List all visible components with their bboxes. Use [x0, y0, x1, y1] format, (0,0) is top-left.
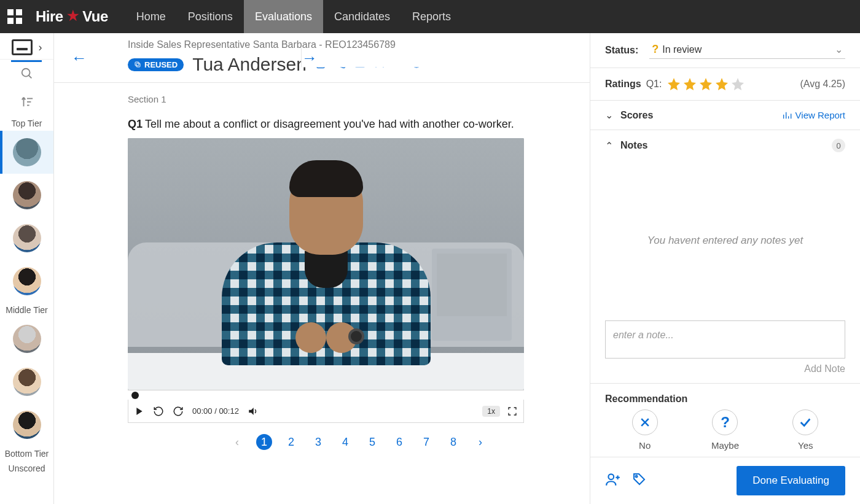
app-grid-icon[interactable] — [7, 9, 22, 24]
ratings-question-label: Q1: — [646, 79, 662, 90]
pager-page[interactable]: 6 — [391, 434, 407, 450]
nav-home[interactable]: Home — [125, 0, 177, 33]
video-controls: 00:00 / 00:12 1x — [128, 400, 524, 423]
brand-post: Vue — [82, 8, 108, 25]
chevron-down-icon: ⌄ — [835, 44, 843, 55]
avatar — [13, 138, 41, 166]
recommendation-label: Recommendation — [605, 394, 845, 405]
question-mark-icon: ? — [721, 414, 730, 431]
avatar — [13, 325, 41, 353]
pager-page[interactable]: 8 — [445, 434, 461, 450]
pager-prev[interactable]: ‹ — [229, 434, 245, 450]
candidate-name: Tua Andersen — [192, 54, 307, 75]
candidate-list-item[interactable] — [0, 360, 53, 403]
nav-items: Home Positions Evaluations Candidates Re… — [125, 0, 462, 33]
candidate-list-item[interactable] — [0, 317, 53, 360]
avatar — [13, 411, 41, 439]
video-seek-bar[interactable] — [128, 390, 524, 400]
add-person-icon[interactable] — [605, 471, 621, 490]
bottom-action-bar: Done Evaluating — [590, 457, 860, 504]
pager-page[interactable]: 2 — [283, 434, 299, 450]
candidate-list-item[interactable] — [0, 174, 53, 217]
star-icon[interactable] — [682, 77, 697, 91]
copy-icon — [134, 61, 141, 68]
candidate-list-item[interactable] — [0, 131, 53, 174]
scores-accordion[interactable]: ⌄ Scores View Report — [590, 101, 860, 130]
view-report-link[interactable]: View Report — [782, 110, 845, 120]
status-row: Status: ?In review ⌄ — [590, 33, 860, 68]
question-text: Q1Tell me about a conflict or disagreeme… — [128, 118, 590, 131]
recommendation-yes[interactable]: Yes — [792, 409, 818, 451]
candidate-sidebar: › Top Tier Middle Tier Bottom Tier Unsco… — [0, 33, 54, 504]
candidate-list-item[interactable] — [0, 260, 53, 303]
section-label: Section 1 — [128, 94, 590, 104]
recommendation-maybe[interactable]: ? Maybe — [711, 409, 739, 451]
tag-icon[interactable] — [632, 472, 647, 489]
avatar — [13, 267, 41, 295]
volume-icon[interactable] — [248, 406, 259, 417]
svg-point-0 — [22, 69, 29, 77]
recommendation-no[interactable]: No — [632, 409, 658, 451]
done-evaluating-button[interactable]: Done Evaluating — [737, 466, 845, 495]
star-icon: ★ — [67, 8, 79, 24]
svg-rect-5 — [136, 63, 140, 67]
svg-point-21 — [636, 476, 638, 478]
pager-page[interactable]: 3 — [310, 434, 326, 450]
sort-icon — [20, 95, 34, 109]
avatar — [13, 224, 41, 252]
brand-logo[interactable]: Hire★Vue — [36, 8, 108, 25]
notes-body: You havent entered any notes yet Add Not… — [590, 161, 860, 384]
fullscreen-icon[interactable] — [507, 406, 517, 416]
pager-page[interactable]: 7 — [418, 434, 434, 450]
notes-empty-message: You havent entered any notes yet — [605, 161, 845, 320]
candidate-list-item[interactable] — [0, 403, 53, 446]
nav-reports[interactable]: Reports — [401, 0, 462, 33]
sidebar-search-button[interactable] — [0, 60, 53, 88]
evaluation-panel: Status: ?In review ⌄ Ratings Q1: (Avg 4.… — [590, 33, 860, 504]
pager-next[interactable]: › — [472, 434, 488, 450]
chart-icon — [782, 110, 792, 120]
avatar — [13, 368, 41, 396]
candidate-list-item[interactable] — [0, 217, 53, 260]
chevron-right-icon: › — [39, 41, 42, 54]
check-icon — [799, 416, 812, 429]
next-candidate-button[interactable]: → — [301, 48, 571, 68]
rating-average: (Avg 4.25) — [800, 79, 845, 90]
video-frame[interactable] — [128, 138, 524, 390]
star-icon[interactable] — [714, 77, 729, 91]
sidebar-sort-button[interactable] — [0, 88, 53, 116]
rewind-icon[interactable] — [153, 406, 164, 417]
video-time: 00:00 / 00:12 — [192, 406, 239, 416]
question-pagination: ‹ 1 2 3 4 5 6 7 8 › — [128, 434, 590, 450]
star-icon[interactable] — [730, 77, 745, 91]
nav-candidates[interactable]: Candidates — [323, 0, 401, 33]
nav-positions[interactable]: Positions — [177, 0, 244, 33]
play-icon[interactable] — [135, 406, 144, 416]
add-note-button[interactable]: Add Note — [605, 363, 845, 374]
top-nav: Hire★Vue Home Positions Evaluations Cand… — [0, 0, 860, 33]
note-input[interactable] — [605, 320, 845, 359]
svg-point-18 — [608, 474, 614, 479]
pager-page[interactable]: 4 — [337, 434, 353, 450]
status-label: Status: — [605, 45, 638, 56]
prev-candidate-button[interactable]: ← — [71, 48, 87, 68]
rating-stars[interactable] — [666, 77, 745, 91]
playback-speed[interactable]: 1x — [482, 406, 500, 417]
status-dropdown[interactable]: ?In review ⌄ — [649, 42, 845, 59]
reused-badge: REUSED — [128, 58, 184, 71]
forward-icon[interactable] — [173, 406, 184, 417]
ratings-label: Ratings — [605, 79, 641, 90]
star-icon[interactable] — [666, 77, 681, 91]
notes-accordion-header[interactable]: ⌃ Notes 0 — [590, 130, 860, 161]
star-icon[interactable] — [698, 77, 713, 91]
avatar — [13, 181, 41, 209]
pager-page[interactable]: 1 — [256, 434, 272, 450]
sidebar-view-toggle[interactable]: › — [0, 33, 53, 60]
chevron-down-icon: ⌄ — [605, 109, 613, 121]
nav-evaluations[interactable]: Evaluations — [244, 0, 323, 33]
svg-marker-11 — [249, 408, 254, 415]
chevron-up-icon: ⌃ — [605, 140, 613, 152]
tier-top-label: Top Tier — [0, 116, 53, 131]
tier-unscored-label: Unscored — [0, 461, 53, 476]
pager-page[interactable]: 5 — [364, 434, 380, 450]
